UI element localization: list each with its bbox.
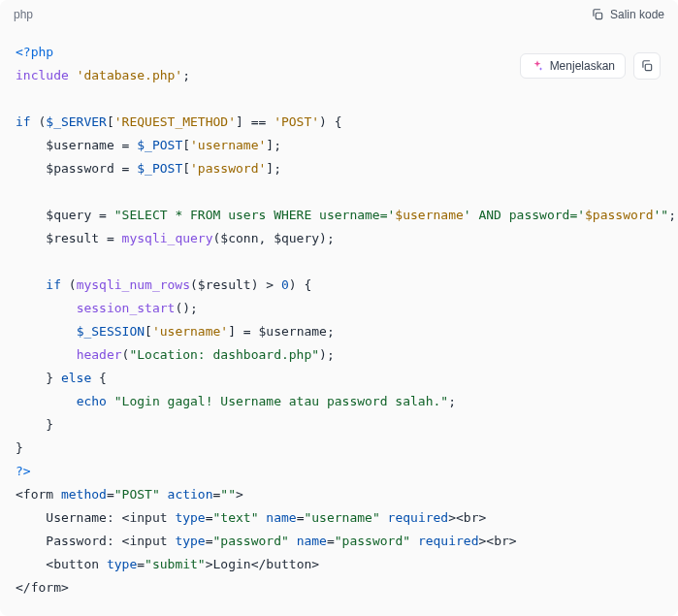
password-var: $password <box>46 161 113 176</box>
explain-label: Menjelaskan <box>550 59 615 73</box>
password-key: 'password' <box>190 161 266 176</box>
request-method-key: 'REQUEST_METHOD' <box>114 114 236 129</box>
post-global: $_POST <box>137 138 182 152</box>
type-submit: "submit" <box>145 557 206 571</box>
explain-button[interactable]: Menjelaskan <box>520 53 626 79</box>
svg-rect-1 <box>645 64 651 70</box>
include-keyword: include <box>16 68 69 82</box>
type-attr: type <box>107 557 137 571</box>
copy-square-button[interactable] <box>633 52 661 80</box>
username-label-text: Username: <box>46 510 121 525</box>
br-tag: br <box>464 510 479 525</box>
input-tag: input <box>129 510 167 525</box>
location-string: "Location: dashboard.php" <box>129 347 319 362</box>
copy-label: Salin kode <box>610 8 664 21</box>
name-attr: name <box>266 510 296 525</box>
action-val: "" <box>220 487 236 502</box>
copy-icon <box>640 59 654 73</box>
username-var: $username <box>46 138 113 152</box>
button-tag: button <box>53 557 99 571</box>
name-username: "username" <box>304 510 379 525</box>
session-username-key: 'username' <box>152 324 228 339</box>
query-arg: $query <box>274 231 319 245</box>
echo-keyword: echo <box>77 394 107 408</box>
action-button-bar: Menjelaskan <box>520 52 661 80</box>
sql-password: $password <box>585 208 653 222</box>
server-var: $_SERVER <box>46 114 107 129</box>
method-val: "POST" <box>114 487 160 502</box>
username-key: 'username' <box>190 138 266 152</box>
sql-part3: '" <box>654 208 669 222</box>
if-keyword: if <box>46 277 61 292</box>
query-var: $query <box>46 208 91 222</box>
gt-op: > <box>266 277 274 292</box>
type-password: "password" <box>213 534 289 548</box>
include-file: 'database.php' <box>77 68 183 82</box>
form-close-tag: form <box>31 580 61 595</box>
method-attr: method <box>61 487 107 502</box>
language-label: php <box>14 8 33 21</box>
password-label-text: Password: <box>46 534 121 548</box>
br-tag: br <box>494 534 509 548</box>
input-tag: input <box>129 534 167 548</box>
post-global: $_POST <box>137 161 182 176</box>
copy-code-button[interactable]: Salin kode <box>591 8 664 21</box>
required-attr: required <box>388 510 449 525</box>
sparkle-icon <box>531 59 544 73</box>
svg-rect-0 <box>596 13 601 18</box>
php-close-tag: ?> <box>16 464 31 478</box>
num-rows-func: mysqli_num_rows <box>77 277 190 292</box>
result-arg: $result <box>198 277 251 292</box>
form-tag: form <box>23 487 53 502</box>
conn-var: $conn <box>220 231 258 245</box>
code-block-container: php Salin kode Menjelaskan <?php include… <box>0 0 678 616</box>
session-global: $_SESSION <box>77 324 145 339</box>
action-attr: action <box>168 487 213 502</box>
name-attr: name <box>297 534 327 548</box>
sql-username: $username <box>395 208 463 222</box>
error-message: "Login gagal! Username atau password sal… <box>114 394 448 408</box>
session-start-func: session_start <box>77 301 176 315</box>
mysqli-query-func: mysqli_query <box>122 231 213 245</box>
code-content[interactable]: <?php include 'database.php'; if ($_SERV… <box>0 29 678 616</box>
zero-literal: 0 <box>281 277 289 292</box>
header-func: header <box>77 347 122 362</box>
code-header: php Salin kode <box>0 0 678 29</box>
session-username-val: $username <box>259 324 327 339</box>
button-close-tag: button <box>266 557 311 571</box>
type-text: "text" <box>213 510 259 525</box>
result-var: $result <box>46 231 99 245</box>
copy-icon <box>591 8 604 21</box>
type-attr: type <box>175 534 205 548</box>
equals-op: == <box>251 114 267 129</box>
php-open-tag: <?php <box>16 45 53 59</box>
else-keyword: else <box>61 371 91 385</box>
required-attr: required <box>418 534 479 548</box>
post-string: 'POST' <box>274 114 319 129</box>
type-attr: type <box>175 510 205 525</box>
sql-part1: "SELECT * FROM users WHERE username=' <box>114 208 396 222</box>
login-text: Login <box>213 557 251 571</box>
sql-part2: ' AND password=' <box>464 208 585 222</box>
name-password: "password" <box>335 534 410 548</box>
if-keyword: if <box>16 114 31 129</box>
